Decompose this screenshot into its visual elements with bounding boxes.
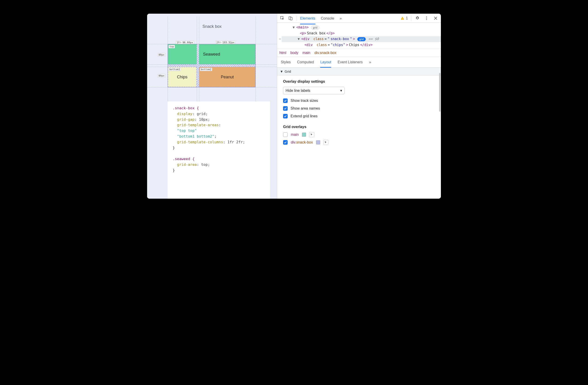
svg-point-7 bbox=[426, 19, 427, 20]
disclosure-triangle-icon: ▼ bbox=[280, 69, 283, 73]
dom-node[interactable]: ▼ <main> grid bbox=[282, 25, 441, 31]
color-swatch[interactable] bbox=[302, 133, 306, 137]
checkbox-track-sizes[interactable] bbox=[283, 98, 288, 103]
overlay-row-main: main bbox=[283, 132, 435, 137]
layout-pane: Overlay display settings Hide line label… bbox=[277, 75, 441, 152]
device-toggle-icon[interactable] bbox=[288, 15, 294, 21]
subtab-styles[interactable]: Styles bbox=[281, 59, 291, 66]
close-icon[interactable] bbox=[433, 15, 439, 21]
track-size-label: 2fr·193.32px bbox=[215, 41, 235, 44]
tab-more[interactable]: » bbox=[339, 14, 342, 22]
subtab-more[interactable]: » bbox=[369, 59, 371, 66]
toolbar-separator bbox=[411, 16, 411, 21]
grid-badge[interactable]: grid bbox=[357, 37, 366, 41]
toolbar-separator bbox=[297, 16, 297, 21]
extended-gridline bbox=[147, 87, 277, 87]
chevron-down-icon: ▾ bbox=[340, 88, 342, 93]
track-size-label: 80px bbox=[158, 74, 166, 77]
dom-node[interactable]: <p>Snack box</p> bbox=[282, 31, 441, 37]
inspect-icon[interactable] bbox=[279, 15, 285, 21]
kebab-menu-icon[interactable] bbox=[423, 15, 429, 21]
crumb-snack-box[interactable]: div.snack-box bbox=[315, 51, 336, 55]
checkbox-label: Show area names bbox=[291, 107, 320, 110]
grid-badge[interactable]: grid bbox=[311, 25, 319, 30]
track-size-label: 80px bbox=[158, 53, 166, 57]
page-preview: Snack box 1fr·96.66px 2fr·193.32px 80px … bbox=[147, 14, 277, 199]
page-title: Snack box bbox=[147, 24, 277, 29]
console-reference: == $0 bbox=[368, 36, 379, 42]
overlay-settings-title: Overlay display settings bbox=[283, 80, 435, 84]
crumb-body[interactable]: body bbox=[290, 51, 298, 55]
overlay-name[interactable]: div.snack-box bbox=[291, 140, 313, 144]
svg-rect-2 bbox=[290, 17, 292, 20]
overlay-name[interactable]: main bbox=[291, 133, 299, 137]
grid-section-header[interactable]: ▼ Grid bbox=[277, 68, 441, 75]
devtools-panel: Elements Console » 1 bbox=[277, 14, 441, 199]
grid-container-outline bbox=[168, 44, 255, 87]
sidebar-subtabs: Styles Computed Layout Event Listeners » bbox=[277, 57, 441, 68]
warning-count[interactable]: 1 bbox=[406, 16, 408, 20]
checkbox-overlay-snack-box[interactable] bbox=[283, 140, 288, 145]
css-code-block: .snack-box { display: grid; grid-gap: 10… bbox=[168, 101, 270, 199]
checkbox-area-names[interactable] bbox=[283, 106, 288, 111]
subtab-event-listeners[interactable]: Event Listeners bbox=[337, 59, 362, 66]
dom-node[interactable]: <div class="chips">Chips</div> bbox=[282, 42, 441, 48]
section-title: Grid bbox=[285, 69, 291, 73]
dom-node-selected[interactable]: ▼ <div class="snack-box"> grid == $0 bbox=[282, 36, 441, 42]
grid-overlays-title: Grid overlays bbox=[283, 125, 435, 129]
checkbox-extend-lines[interactable] bbox=[283, 114, 288, 118]
highlight-element-icon[interactable] bbox=[323, 140, 328, 145]
overlay-row-snack-box: div.snack-box bbox=[283, 140, 435, 145]
checkbox-label: Extend grid lines bbox=[291, 114, 317, 118]
scrollbar-thumb[interactable] bbox=[439, 73, 441, 112]
devtools-toolbar: Elements Console » 1 bbox=[277, 14, 441, 23]
devtools-window: Snack box 1fr·96.66px 2fr·193.32px 80px … bbox=[147, 14, 441, 199]
svg-rect-4 bbox=[402, 19, 402, 19]
select-value: Hide line labels bbox=[286, 89, 310, 93]
settings-icon[interactable] bbox=[415, 15, 420, 21]
tab-console[interactable]: Console bbox=[321, 14, 334, 22]
subtab-layout[interactable]: Layout bbox=[320, 59, 331, 68]
grid-overlay: 1fr·96.66px 2fr·193.32px 80px 80px top S… bbox=[168, 33, 255, 97]
color-swatch[interactable] bbox=[316, 140, 320, 144]
checkbox-label: Show track sizes bbox=[291, 99, 318, 103]
dom-tree[interactable]: ▼ <main> grid <p>Snack box</p> ▼ <div cl… bbox=[277, 23, 441, 49]
crumb-html[interactable]: html bbox=[279, 51, 286, 55]
checkbox-overlay-main[interactable] bbox=[283, 132, 288, 137]
line-labels-select[interactable]: Hide line labels ▾ bbox=[283, 87, 345, 94]
subtab-computed[interactable]: Computed bbox=[297, 59, 314, 66]
warning-icon[interactable] bbox=[400, 16, 404, 20]
svg-rect-3 bbox=[402, 18, 402, 19]
highlight-element-icon[interactable] bbox=[309, 132, 314, 137]
crumb-main[interactable]: main bbox=[302, 51, 310, 55]
svg-point-5 bbox=[426, 16, 427, 17]
breadcrumb: html body main div.snack-box bbox=[277, 49, 441, 57]
svg-point-6 bbox=[426, 18, 427, 19]
track-size-label: 1fr·96.66px bbox=[176, 41, 194, 44]
